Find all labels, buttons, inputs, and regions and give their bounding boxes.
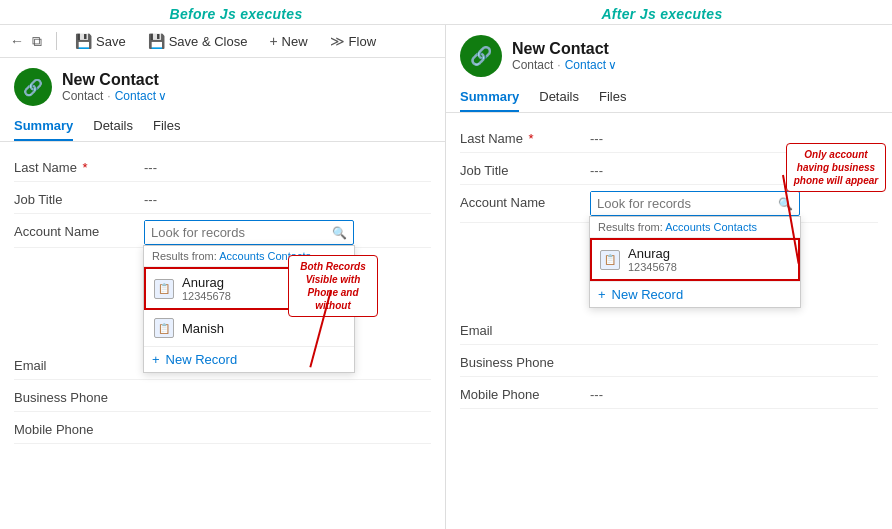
right-field-email: Email: [460, 313, 878, 345]
left-field-accountname: Account Name 🔍 Results from: Accounts Co…: [14, 214, 431, 248]
toolbar-divider: [56, 32, 57, 50]
save-close-button[interactable]: 💾 Save & Close: [144, 31, 252, 51]
right-contact-sub: Contact · Contact ∨: [512, 58, 617, 72]
right-contact-info: New Contact Contact · Contact ∨: [512, 40, 617, 72]
external-link-button[interactable]: ⧉: [32, 33, 42, 50]
save-icon: 💾: [75, 33, 92, 49]
right-annotation: Only account having business phone will …: [786, 143, 886, 192]
right-lookup-container: 🔍 Results from: Accounts Contacts 📋: [590, 191, 800, 216]
right-dropdown-contacts-link[interactable]: Contacts: [714, 221, 757, 233]
left-tabs: Summary Details Files: [0, 112, 445, 142]
left-lookup-search-icon[interactable]: 🔍: [326, 222, 353, 244]
left-field-jobtitle: Job Title ---: [14, 182, 431, 214]
left-field-businessphone: Business Phone: [14, 380, 431, 412]
left-contact-name: New Contact: [62, 71, 167, 89]
left-contact-header: 🔗 New Contact Contact · Contact ∨: [0, 58, 445, 112]
flow-button[interactable]: ≫ Flow: [326, 31, 380, 51]
back-button[interactable]: ←: [10, 33, 24, 49]
left-tab-files[interactable]: Files: [153, 112, 180, 141]
right-contact-type-link[interactable]: Contact ∨: [565, 58, 617, 72]
left-dropdown-accounts-link[interactable]: Accounts: [219, 250, 264, 262]
left-form-body: Last Name * --- Job Title --- Account Na…: [0, 142, 445, 529]
left-new-record-plus-icon: +: [152, 352, 160, 367]
right-avatar: 🔗: [460, 35, 502, 77]
right-tabs: Summary Details Files: [446, 83, 892, 113]
avatar-icon: 🔗: [23, 78, 43, 97]
right-lookup-input[interactable]: [591, 192, 772, 215]
left-annotation: Both Records Visible with Phone and with…: [288, 255, 378, 317]
left-item-manish-icon: 📋: [154, 318, 174, 338]
right-field-mobilephone: Mobile Phone ---: [460, 377, 878, 409]
left-new-record-button[interactable]: + New Record: [144, 346, 354, 372]
left-tab-details[interactable]: Details: [93, 112, 133, 141]
left-field-mobilephone: Mobile Phone: [14, 412, 431, 444]
left-item-anurag-icon: 📋: [154, 279, 174, 299]
right-contact-name: New Contact: [512, 40, 617, 58]
right-new-record-plus-icon: +: [598, 287, 606, 302]
toolbar: ← ⧉ 💾 Save 💾 Save & Close + New ≫ Flow: [0, 25, 445, 58]
left-contact-info: New Contact Contact · Contact ∨: [62, 71, 167, 103]
left-lookup-input[interactable]: [145, 221, 326, 244]
right-contact-header: 🔗 New Contact Contact · Contact ∨: [446, 25, 892, 83]
right-lookup-wrapper: 🔍: [590, 191, 800, 216]
after-label: After Js executes: [601, 6, 722, 22]
right-tab-summary[interactable]: Summary: [460, 83, 519, 112]
new-icon: +: [269, 33, 277, 49]
right-item-anurag-icon: 📋: [600, 250, 620, 270]
right-new-record-button[interactable]: + New Record: [590, 281, 800, 307]
left-contact-type-link[interactable]: Contact ∨: [115, 89, 167, 103]
right-tab-details[interactable]: Details: [539, 83, 579, 112]
right-lookup-dropdown: Results from: Accounts Contacts 📋 Anurag…: [589, 216, 801, 308]
before-label: Before Js executes: [169, 6, 302, 22]
left-lookup-wrapper: 🔍: [144, 220, 354, 245]
right-dropdown-item-anurag[interactable]: 📋 Anurag 12345678: [590, 238, 800, 281]
left-avatar: 🔗: [14, 68, 52, 106]
right-dropdown-accounts-link[interactable]: Accounts: [665, 221, 710, 233]
save-close-icon: 💾: [148, 33, 165, 49]
left-tab-summary[interactable]: Summary: [14, 112, 73, 141]
left-lookup-container: 🔍 Results from: Accounts Contacts 📋: [144, 220, 354, 245]
flow-icon: ≫: [330, 33, 345, 49]
right-tab-files[interactable]: Files: [599, 83, 626, 112]
left-contact-sub: Contact · Contact ∨: [62, 89, 167, 103]
new-button[interactable]: + New: [265, 31, 311, 51]
left-field-lastname: Last Name * ---: [14, 150, 431, 182]
right-avatar-icon: 🔗: [470, 45, 492, 67]
save-button[interactable]: 💾 Save: [71, 31, 130, 51]
right-field-businessphone: Business Phone: [460, 345, 878, 377]
